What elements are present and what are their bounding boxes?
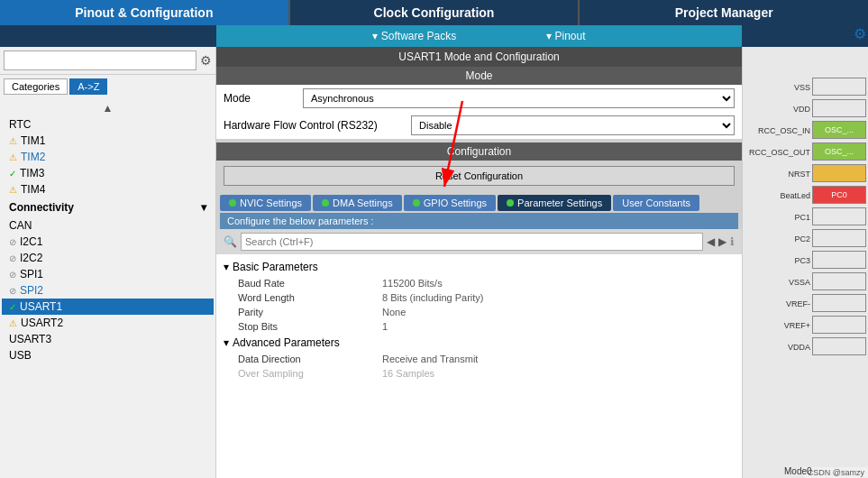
tab-categories[interactable]: Categories bbox=[4, 78, 68, 95]
bottom-bar: CSDN @samzy bbox=[804, 467, 868, 478]
sidebar-item-can[interactable]: CAN bbox=[2, 217, 214, 234]
sidebar-search-area: ⚙ bbox=[0, 47, 215, 75]
next-icon[interactable]: ▶ bbox=[718, 235, 726, 248]
word-length-name: Word Length bbox=[238, 292, 382, 303]
sidebar-search-input[interactable] bbox=[4, 51, 196, 70]
pc2-label: PC2 bbox=[794, 234, 810, 244]
reset-config-button[interactable]: Reset Configuration bbox=[224, 166, 735, 186]
tab-dma-settings[interactable]: DMA Settings bbox=[313, 195, 402, 211]
software-packs-nav[interactable]: ▾ Software Packs bbox=[372, 30, 456, 42]
user-const-label: User Constants bbox=[622, 198, 690, 208]
warn-icon-tim2: ⚠ bbox=[9, 152, 17, 162]
usart1-label: USART1 bbox=[20, 300, 62, 313]
dma-dot-icon bbox=[322, 199, 329, 207]
data-direction-value: Receive and Transmit bbox=[382, 354, 478, 364]
top-nav: Pinout & Configuration Clock Configurati… bbox=[0, 0, 868, 25]
sidebar-gear-icon[interactable]: ⚙ bbox=[200, 53, 212, 68]
basic-params-header[interactable]: ▾ Basic Parameters bbox=[224, 258, 735, 276]
param-label: Parameter Settings bbox=[517, 198, 602, 208]
prev-icon[interactable]: ◀ bbox=[707, 235, 715, 248]
usart3-label: USART3 bbox=[9, 333, 51, 345]
sidebar-item-rtc[interactable]: RTC bbox=[2, 116, 214, 133]
can-label: CAN bbox=[9, 219, 32, 232]
tab-atoz[interactable]: A->Z bbox=[69, 78, 107, 95]
mode-row: Mode Asynchronous bbox=[216, 85, 742, 112]
sidebar-item-tim3[interactable]: ✓ TIM3 bbox=[2, 165, 214, 181]
pc3-pin bbox=[812, 251, 866, 269]
sidebar-content: ▲ RTC ⚠ TIM1 ⚠ TIM2 ✓ TIM3 ⚠ TIM4 Connec… bbox=[0, 98, 215, 478]
scroll-up-btn[interactable]: ▲ bbox=[2, 100, 214, 116]
vss-label: VSS bbox=[794, 83, 810, 92]
data-direction-name: Data Direction bbox=[238, 354, 382, 364]
warn-icon-tim1: ⚠ bbox=[9, 136, 17, 146]
sidebar-item-usart3[interactable]: USART3 bbox=[2, 331, 214, 347]
config-tab-bar: NVIC Settings DMA Settings GPIO Settings… bbox=[216, 191, 742, 213]
baud-rate-name: Baud Rate bbox=[238, 278, 382, 289]
pin-vref-plus-row: VREF+ bbox=[745, 316, 866, 336]
tim4-label: TIM4 bbox=[21, 183, 45, 196]
hw-flow-row: Hardware Flow Control (RS232) Disable bbox=[216, 112, 742, 139]
pin-pc2-row: PC2 bbox=[745, 229, 866, 249]
right-panel: ⚙ VSS VDD RCC_OSC_IN OSC_... RCC_OSC_OUT… bbox=[742, 47, 868, 478]
basic-params-chevron-icon: ▾ bbox=[224, 261, 229, 273]
warn-icon-usart2: ⚠ bbox=[9, 318, 17, 328]
rcc-osc-out-label: RCC_OSC_OUT bbox=[749, 148, 810, 157]
circle-icon-spi2: ⊘ bbox=[9, 286, 16, 296]
sidebar-item-i2c2[interactable]: ⊘ I2C2 bbox=[2, 250, 214, 266]
pinout-nav[interactable]: ▾ Pinout bbox=[546, 30, 585, 42]
sidebar-item-tim1[interactable]: ⚠ TIM1 bbox=[2, 133, 214, 149]
param-search-input[interactable] bbox=[241, 233, 703, 251]
tab-parameter-settings[interactable]: Parameter Settings bbox=[498, 195, 611, 211]
sidebar-item-i2c1[interactable]: ⊘ I2C1 bbox=[2, 234, 214, 250]
mode-select[interactable]: Asynchronous bbox=[303, 88, 735, 108]
circle-icon-i2c1: ⊘ bbox=[9, 237, 16, 247]
pinout-config-nav[interactable]: Pinout & Configuration bbox=[0, 0, 288, 25]
dma-label: DMA Settings bbox=[333, 198, 393, 208]
usart-header: USART1 Mode and Configuration bbox=[216, 47, 742, 67]
sidebar-item-spi1[interactable]: ⊘ SPI1 bbox=[2, 266, 214, 282]
vref-plus-label: VREF+ bbox=[784, 321, 810, 330]
sidebar-item-spi2[interactable]: ⊘ SPI2 bbox=[2, 282, 214, 299]
parity-name: Parity bbox=[238, 307, 382, 317]
pin-pc1-row: PC1 bbox=[745, 207, 866, 227]
tim1-label: TIM1 bbox=[21, 134, 45, 147]
sidebar-item-usart2[interactable]: ⚠ USART2 bbox=[2, 315, 214, 331]
tab-gpio-settings[interactable]: GPIO Settings bbox=[404, 195, 496, 211]
clock-config-nav[interactable]: Clock Configuration bbox=[288, 0, 580, 25]
tab-user-constants[interactable]: User Constants bbox=[613, 195, 699, 211]
param-data-direction: Data Direction Receive and Transmit bbox=[224, 352, 735, 366]
sidebar-item-tim4[interactable]: ⚠ TIM4 bbox=[2, 181, 214, 198]
param-parity: Parity None bbox=[224, 305, 735, 319]
param-stop-bits: Stop Bits 1 bbox=[224, 319, 735, 334]
beatled-label: BeatLed bbox=[780, 191, 810, 200]
circle-icon-i2c2: ⊘ bbox=[9, 253, 16, 263]
project-manager-nav[interactable]: Project Manager bbox=[580, 0, 868, 25]
i2c2-label: I2C2 bbox=[20, 252, 42, 264]
connectivity-section[interactable]: Connectivity ▾ bbox=[2, 198, 214, 217]
nrst-label: NRST bbox=[789, 170, 811, 179]
tab-nvic-settings[interactable]: NVIC Settings bbox=[220, 195, 311, 211]
sidebar-item-usb[interactable]: USB bbox=[2, 347, 214, 363]
advanced-params-header[interactable]: ▾ Advanced Parameters bbox=[224, 334, 735, 352]
osc-in-pin: OSC_... bbox=[812, 121, 866, 139]
pin-vssa-row: VSSA bbox=[745, 272, 866, 292]
pin-vdd-row: VDD bbox=[745, 99, 866, 119]
mode0-label: Mode0 bbox=[784, 466, 812, 476]
usb-label: USB bbox=[9, 349, 32, 362]
advanced-params-label: Advanced Parameters bbox=[233, 336, 340, 349]
nvic-label: NVIC Settings bbox=[240, 198, 302, 208]
connectivity-label: Connectivity bbox=[9, 201, 74, 214]
pin-rcc-osc-in-row: RCC_OSC_IN OSC_... bbox=[745, 121, 866, 141]
sidebar-item-tim2[interactable]: ⚠ TIM2 bbox=[2, 149, 214, 165]
advanced-params-chevron-icon: ▾ bbox=[224, 336, 229, 349]
pin-rcc-osc-out-row: RCC_OSC_OUT OSC_... bbox=[745, 142, 866, 162]
hw-flow-select[interactable]: Disable bbox=[411, 115, 735, 135]
spi2-label: SPI2 bbox=[20, 284, 43, 297]
search-icon: 🔍 bbox=[224, 235, 237, 248]
nrst-pin bbox=[812, 164, 866, 182]
pc3-label: PC3 bbox=[794, 256, 810, 265]
pc0-pin: PC0 bbox=[812, 186, 866, 204]
sidebar-item-usart1[interactable]: ✓ USART1 bbox=[2, 299, 214, 315]
vssa-label: VSSA bbox=[789, 278, 810, 287]
sidebar-tabs: Categories A->Z bbox=[0, 75, 215, 98]
